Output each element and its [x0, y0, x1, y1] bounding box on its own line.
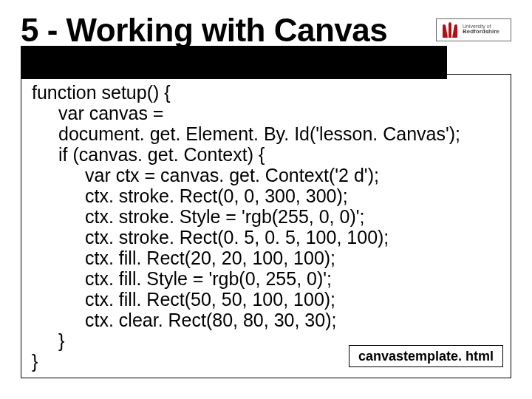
- logo-box: University of Bedfordshire: [436, 18, 511, 41]
- logo-mark-icon: [440, 21, 460, 38]
- code-line: if (canvas. get. Context) {: [32, 144, 500, 165]
- code-line: ctx. fill. Rect(50, 50, 100, 100);: [32, 289, 500, 310]
- logo-text: University of Bedfordshire: [463, 24, 499, 35]
- code-line: document. get. Element. By. Id('lesson. …: [32, 123, 500, 144]
- code-line: var ctx = canvas. get. Context('2 d');: [32, 165, 500, 185]
- code-line: ctx. fill. Rect(20, 20, 100, 100);: [32, 248, 500, 268]
- slide-title: 5 - Working with Canvas: [21, 12, 387, 49]
- caption-box: canvastemplate. html: [349, 345, 503, 367]
- code-line: ctx. stroke. Rect(0, 0, 300, 300);: [32, 185, 500, 206]
- code-line: var canvas =: [32, 103, 500, 123]
- code-line: ctx. stroke. Style = 'rgb(255, 0, 0)';: [32, 206, 500, 227]
- code-line: ctx. stroke. Rect(0. 5, 0. 5, 100, 100);: [32, 227, 500, 248]
- slide: 5 - Working with Canvas University of Be…: [0, 0, 532, 399]
- code-line: ctx. fill. Style = 'rgb(0, 255, 0)';: [32, 268, 500, 289]
- code-line: ctx. clear. Rect(80, 80, 30, 30);: [32, 310, 500, 330]
- code-box: function setup() { var canvas = document…: [21, 74, 511, 378]
- code-line: function setup() {: [32, 82, 500, 103]
- logo-line2: Bedfordshire: [463, 29, 499, 35]
- title-row: 5 - Working with Canvas University of Be…: [21, 7, 511, 49]
- university-logo: University of Bedfordshire: [436, 18, 511, 41]
